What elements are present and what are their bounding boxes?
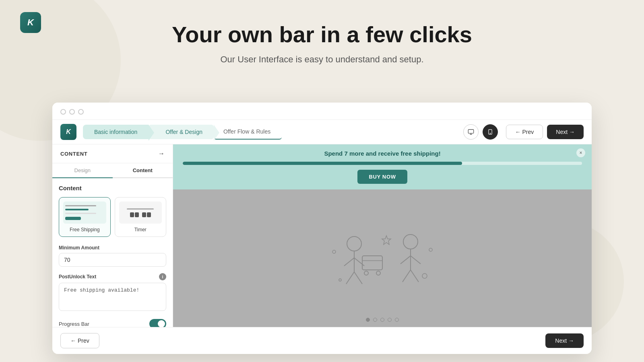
tab-basic-information[interactable]: Basic information [83, 125, 149, 139]
bottom-prev-button[interactable]: ← Prev [60, 333, 99, 348]
sidebar-tabs: Design Content [52, 163, 173, 178]
timer-label: Timer [134, 227, 147, 232]
progress-bar-label: Progress Bar [59, 321, 89, 327]
store-illustration [322, 220, 443, 300]
progress-bar-fill [183, 162, 462, 165]
svg-point-2 [490, 133, 490, 134]
window-dot-1 [60, 109, 66, 115]
post-unlock-label: PostUnlock Text [59, 274, 96, 280]
desktop-icon[interactable] [463, 124, 479, 140]
post-unlock-textarea[interactable]: Free shipping available! [59, 283, 166, 311]
svg-rect-9 [362, 256, 382, 270]
content-card-free-shipping[interactable]: Free Shipping [59, 197, 111, 237]
preview-dot-4 [388, 318, 392, 322]
svg-point-13 [403, 234, 418, 249]
svg-point-3 [347, 237, 361, 251]
sidebar-tab-design[interactable]: Design [52, 163, 113, 177]
main-content: CONTENT → Design Content Content [52, 144, 592, 354]
sidebar-arrow-icon: → [158, 150, 165, 157]
svg-line-8 [354, 272, 362, 284]
content-card-timer[interactable]: Timer [115, 197, 167, 237]
toolbar-prev-button[interactable]: ← Prev [506, 125, 543, 139]
buy-now-button[interactable]: BUY NOW [357, 170, 407, 184]
announcement-bar: Spend 7 more and receive free shipping! … [173, 144, 592, 189]
store-preview [173, 189, 592, 330]
window-dots [60, 109, 584, 115]
minimum-amount-input[interactable] [59, 253, 166, 267]
svg-line-15 [400, 256, 411, 264]
page-title: Your own bar in a few clicks [0, 22, 644, 47]
svg-line-5 [344, 258, 354, 266]
post-unlock-group: PostUnlock Text i Free shipping availabl… [59, 273, 166, 313]
sidebar-header: CONTENT → [52, 144, 173, 163]
toolbar-nav-buttons: ← Prev Next → [506, 125, 584, 139]
post-unlock-info-icon[interactable]: i [159, 273, 166, 280]
mobile-icon[interactable] [483, 124, 498, 140]
tab-offer-flow[interactable]: Offer Flow & Rules [214, 124, 282, 140]
svg-line-16 [411, 256, 421, 264]
tab-offer-design[interactable]: Offer & Design [149, 125, 214, 139]
svg-line-17 [402, 270, 411, 282]
bottom-nav: ← Prev Next → [52, 327, 592, 354]
window-chrome [52, 103, 592, 120]
free-shipping-label: Free Shipping [70, 227, 100, 232]
device-icons [463, 124, 498, 140]
svg-point-22 [339, 279, 341, 281]
sidebar-tab-indicator [52, 177, 113, 178]
svg-point-11 [376, 271, 380, 275]
preview-dot-1 [366, 318, 370, 322]
preview-dot-3 [380, 318, 384, 322]
svg-line-7 [346, 272, 354, 284]
svg-point-19 [332, 250, 336, 253]
window-dot-2 [69, 109, 75, 115]
announcement-text: Spend 7 more and receive free shipping! [324, 150, 440, 157]
sidebar-body: Content Free Shipping [52, 178, 173, 330]
close-bar-button[interactable]: × [576, 148, 585, 157]
toolbar: K Basic information Offer & Design Offer… [52, 120, 592, 144]
content-section-label: Content [59, 185, 166, 191]
free-shipping-preview [63, 202, 106, 224]
preview-dot-2 [373, 318, 377, 322]
app-window: K Basic information Offer & Design Offer… [52, 103, 592, 354]
preview-area: Spend 7 more and receive free shipping! … [173, 144, 592, 330]
svg-line-18 [411, 270, 419, 282]
page-subtitle: Our User Interface is easy to understand… [0, 54, 644, 65]
sidebar: CONTENT → Design Content Content [52, 144, 173, 330]
toolbar-logo: K [60, 124, 76, 140]
svg-rect-0 [468, 130, 473, 133]
svg-line-6 [354, 258, 364, 266]
preview-dots [366, 318, 399, 322]
minimum-amount-group: Minimum Amount [59, 245, 166, 267]
step-tabs: Basic information Offer & Design Offer F… [83, 124, 463, 140]
window-dot-3 [78, 109, 84, 115]
svg-point-20 [429, 248, 432, 251]
content-cards: Free Shipping [59, 197, 166, 237]
svg-point-10 [364, 271, 368, 275]
sidebar-content-label: CONTENT [60, 151, 87, 157]
bottom-next-button[interactable]: Next → [545, 333, 584, 348]
preview-dot-5 [395, 318, 399, 322]
minimum-amount-label: Minimum Amount [59, 245, 166, 251]
svg-point-21 [422, 274, 427, 278]
progress-bar-container [183, 162, 582, 165]
toolbar-next-button[interactable]: Next → [547, 125, 584, 139]
sidebar-tab-content[interactable]: Content [113, 163, 173, 177]
timer-preview [119, 202, 162, 224]
